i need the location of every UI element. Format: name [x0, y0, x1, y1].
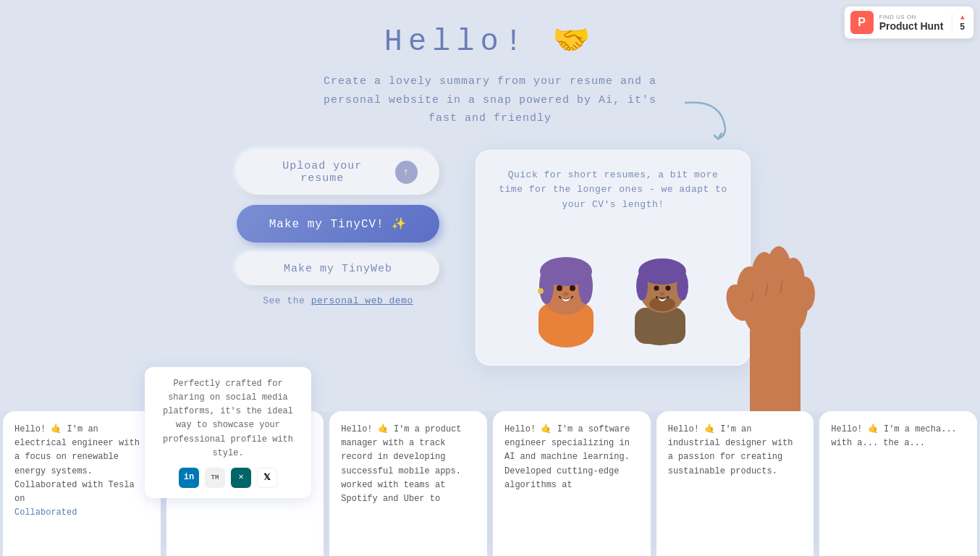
- collaborated-text: Collaborated: [14, 507, 77, 518]
- bottom-card-4: Hello! 🤙 I'm a software engineer special…: [493, 411, 651, 556]
- ph-vote-section[interactable]: ▲ 5: [952, 14, 965, 32]
- card-description: Quick for short resumes, a bit more time…: [494, 168, 732, 213]
- bottom-card-5-text: Hello! 🤙 I'm an industrial designer with…: [668, 424, 793, 476]
- page-title: Hello! 🤝: [0, 22, 980, 59]
- characters-illustration: [494, 224, 732, 348]
- tm-icon[interactable]: TM: [205, 468, 225, 488]
- make-web-label: Make my TinyWeb: [284, 263, 392, 275]
- floating-tooltip: Perfectly crafted for sharing on social …: [145, 367, 311, 498]
- ph-find-us-label: FIND US ON: [879, 14, 944, 20]
- bottom-card-3: Hello! 🤙 I'm a product manager with a tr…: [329, 411, 487, 556]
- decorative-arrow: [678, 96, 736, 150]
- upload-resume-button[interactable]: Upload your resume ↑: [237, 150, 439, 195]
- info-card: Quick for short resumes, a bit more time…: [476, 150, 751, 366]
- social-icons-row: in TM ✕ 𝕏: [158, 468, 298, 488]
- make-cv-label: Make my TinyCV! ✨: [269, 216, 407, 231]
- bottom-card-4-text: Hello! 🤙 I'm a software engineer special…: [504, 424, 630, 490]
- hero-subtitle: Create a lovely summary from your resume…: [309, 72, 671, 128]
- product-hunt-text: FIND US ON Product Hunt: [879, 14, 944, 32]
- svg-point-4: [539, 268, 554, 304]
- demo-link-text: See the personal web demo: [263, 295, 413, 306]
- hero-section: Hello! 🤝 Create a lovely summary from yo…: [0, 0, 980, 128]
- ph-vote-count: 5: [960, 22, 965, 32]
- svg-point-8: [538, 288, 544, 294]
- bottom-card-6: Hello! 🤙 I'm a mecha... with a... the a.…: [819, 411, 977, 556]
- svg-point-14: [636, 271, 648, 300]
- bottom-card-6-text: Hello! 🤙 I'm a mecha... with a... the a.…: [831, 424, 956, 448]
- xing-icon[interactable]: ✕: [231, 468, 251, 488]
- make-cv-button[interactable]: Make my TinyCV! ✨: [237, 205, 439, 243]
- main-content: Upload your resume ↑ Make my TinyCV! ✨ M…: [0, 150, 980, 366]
- svg-point-17: [654, 285, 659, 290]
- make-web-button[interactable]: Make my TinyWeb: [237, 253, 439, 285]
- svg-point-11: [635, 313, 685, 345]
- upload-icon: ↑: [395, 161, 418, 184]
- svg-point-26: [795, 277, 815, 311]
- ph-product-name: Product Hunt: [879, 20, 944, 32]
- character-1: [519, 224, 620, 348]
- bottom-card-1: Hello! 🤙 I'm an electrical engineer with…: [3, 411, 161, 556]
- bottom-card-1-text: Hello! 🤙 I'm an electrical engineer with…: [14, 424, 140, 504]
- left-panel: Upload your resume ↑ Make my TinyCV! ✨ M…: [229, 150, 447, 306]
- personal-web-demo-link[interactable]: personal web demo: [311, 295, 413, 306]
- svg-point-5: [578, 268, 593, 304]
- character-2: [620, 232, 707, 348]
- svg-point-6: [557, 285, 562, 291]
- bottom-card-3-text: Hello! 🤙 I'm a product manager with a tr…: [341, 424, 461, 504]
- product-hunt-badge[interactable]: P FIND US ON Product Hunt ▲ 5: [844, 6, 974, 39]
- svg-point-19: [660, 292, 665, 295]
- svg-point-15: [677, 271, 688, 300]
- bottom-card-5: Hello! 🤙 I'm an industrial designer with…: [656, 411, 814, 556]
- svg-point-9: [563, 292, 569, 295]
- ph-upvote-arrow: ▲: [960, 14, 965, 22]
- svg-point-7: [570, 285, 575, 291]
- svg-point-18: [666, 285, 671, 290]
- upload-label: Upload your resume: [258, 160, 386, 185]
- tooltip-text: Perfectly crafted for sharing on social …: [163, 379, 293, 458]
- linkedin-icon[interactable]: in: [179, 468, 199, 488]
- x-twitter-icon[interactable]: 𝕏: [257, 468, 277, 488]
- product-hunt-logo: P: [850, 11, 874, 34]
